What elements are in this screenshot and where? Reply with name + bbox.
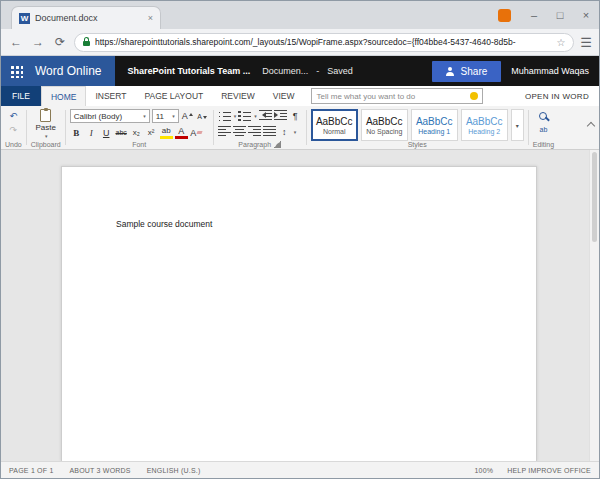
clear-formatting-button[interactable]: A — [190, 126, 203, 139]
strikethrough-button[interactable]: abc — [115, 126, 128, 139]
app-name[interactable]: Word Online — [31, 56, 115, 86]
group-label-clipboard: Clipboard — [31, 141, 61, 148]
window-controls: – □ × — [498, 1, 599, 29]
page-count[interactable]: PAGE 1 OF 1 — [9, 467, 53, 474]
group-label-font: Font — [132, 141, 146, 148]
document-text[interactable]: Sample course document — [116, 219, 212, 229]
numbering-dropdown-icon[interactable]: ▾ — [254, 113, 257, 119]
align-center-icon[interactable] — [233, 126, 246, 137]
bullets-icon[interactable] — [218, 110, 231, 121]
superscript-button[interactable]: x² — [145, 126, 158, 139]
tab-home[interactable]: HOME — [41, 86, 87, 106]
find-button[interactable] — [537, 109, 550, 122]
redo-button[interactable]: ↷ — [7, 123, 20, 136]
tell-me-input[interactable] — [316, 92, 467, 101]
zoom-level[interactable]: 100% — [474, 467, 493, 474]
document-name-separator: - — [316, 66, 319, 76]
forward-icon[interactable]: → — [30, 35, 46, 49]
help-improve-office-link[interactable]: HELP IMPROVE OFFICE — [507, 467, 591, 474]
refresh-icon[interactable]: ⟳ — [52, 35, 68, 49]
share-button[interactable]: Share — [432, 61, 502, 82]
padlock-icon — [83, 41, 90, 46]
document-canvas[interactable]: Sample course document — [1, 150, 599, 461]
tab-review[interactable]: REVIEW — [212, 86, 264, 106]
tell-me-box[interactable] — [311, 88, 483, 104]
paste-clipboard-icon — [40, 109, 51, 122]
share-person-icon — [446, 67, 455, 76]
browser-titlebar: W Document.docx × – □ × — [1, 1, 599, 29]
word-count[interactable]: ABOUT 3 WORDS — [69, 467, 130, 474]
group-label-undo: Undo — [5, 141, 22, 148]
bookmark-star-icon[interactable]: ☆ — [556, 37, 565, 48]
more-styles-button[interactable]: ▾ — [511, 109, 524, 141]
address-bar[interactable]: https://sharepointtutorials.sharepoint.c… — [74, 33, 574, 52]
tab-page-layout[interactable]: PAGE LAYOUT — [135, 86, 212, 106]
bold-button[interactable]: B — [70, 126, 83, 139]
tab-file[interactable]: FILE — [1, 86, 41, 106]
open-in-word-button[interactable]: OPEN IN WORD — [525, 92, 599, 101]
app-launcher-button[interactable] — [1, 56, 31, 86]
maximize-button[interactable]: □ — [547, 1, 573, 29]
close-button[interactable]: × — [573, 1, 599, 29]
replace-button[interactable]: ab — [537, 123, 550, 136]
url-text[interactable]: https://sharepointtutorials.sharepoint.c… — [95, 37, 551, 47]
font-size-value: 11 — [156, 112, 164, 121]
style-normal[interactable]: AaBbCc Normal — [311, 109, 358, 141]
shrink-font-button[interactable]: A — [196, 110, 209, 123]
tab-close-icon[interactable]: × — [148, 13, 153, 23]
group-label-paragraph: Paragraph — [238, 141, 271, 148]
language[interactable]: ENGLISH (U.S.) — [147, 467, 201, 474]
search-icon — [539, 112, 547, 120]
pilcrow-button[interactable]: ¶ — [289, 109, 302, 122]
browser-window: W Document.docx × – □ × ← → ⟳ https://sh… — [0, 0, 600, 479]
justify-icon[interactable] — [263, 126, 276, 137]
group-label-editing: Editing — [533, 141, 554, 148]
font-size-dropdown-icon[interactable]: ▾ — [172, 113, 175, 119]
minimize-button[interactable]: – — [521, 1, 547, 29]
style-heading-2[interactable]: AaBbCc Heading 2 — [461, 109, 508, 141]
undo-button[interactable]: ↶ — [7, 109, 20, 122]
style-no-spacing[interactable]: AaBbCc No Spacing — [361, 109, 408, 141]
paste-label: Paste — [35, 123, 55, 132]
back-icon[interactable]: ← — [8, 35, 24, 49]
align-left-icon[interactable] — [218, 126, 231, 137]
underline-button[interactable]: U — [100, 126, 113, 139]
ribbon: ↶ ↷ Undo Paste ▾ Clipboard Calibri (Body… — [1, 106, 599, 150]
browser-menu-icon[interactable]: ☰ — [580, 35, 592, 50]
ribbon-group-paragraph: ▾ ▾ ¶ ↕▾ Paragraph — [214, 106, 306, 149]
document-page[interactable]: Sample course document — [61, 166, 537, 461]
ribbon-group-undo: ↶ ↷ Undo — [1, 106, 26, 149]
font-size-combobox[interactable]: 11 ▾ — [152, 109, 179, 123]
font-color-button[interactable]: A — [175, 126, 188, 139]
paste-button[interactable]: Paste ▾ — [35, 109, 55, 139]
paragraph-dialog-launcher-icon[interactable] — [274, 141, 281, 148]
italic-button[interactable]: I — [85, 126, 98, 139]
collapse-ribbon-chevron-icon[interactable] — [587, 122, 595, 130]
tab-view[interactable]: VIEW — [264, 86, 304, 106]
tab-insert[interactable]: INSERT — [86, 86, 135, 106]
scrollbar-thumb[interactable] — [592, 152, 597, 242]
grow-font-button[interactable]: A — [181, 110, 194, 123]
align-right-icon[interactable] — [248, 126, 261, 137]
site-name-link[interactable]: SharePoint Tutorials Team ... — [115, 56, 262, 86]
document-name[interactable]: Documen... — [262, 66, 308, 76]
user-name[interactable]: Muhammad Waqas — [501, 56, 599, 86]
vertical-scrollbar[interactable] — [589, 150, 599, 461]
highlight-color-button[interactable]: ab — [160, 126, 173, 139]
share-label: Share — [461, 66, 488, 77]
numbering-icon[interactable] — [238, 110, 251, 121]
increase-indent-icon[interactable] — [274, 110, 287, 121]
font-name-combobox[interactable]: Calibri (Body) ▾ — [70, 109, 150, 123]
style-heading-1[interactable]: AaBbCc Heading 1 — [411, 109, 458, 141]
browser-profile-avatar[interactable] — [498, 9, 511, 22]
font-name-dropdown-icon[interactable]: ▾ — [143, 113, 146, 119]
waffle-icon — [10, 65, 23, 78]
bullets-dropdown-icon[interactable]: ▾ — [234, 113, 237, 119]
paste-dropdown-icon[interactable]: ▾ — [45, 133, 48, 139]
decrease-indent-icon[interactable] — [259, 110, 272, 121]
line-spacing-dropdown-icon[interactable]: ▾ — [294, 129, 297, 135]
line-spacing-button[interactable]: ↕ — [278, 125, 291, 138]
subscript-button[interactable]: x₂ — [130, 126, 143, 139]
ribbon-group-styles: AaBbCc Normal AaBbCc No Spacing AaBbCc H… — [307, 106, 528, 149]
browser-tab[interactable]: W Document.docx × — [11, 6, 161, 29]
